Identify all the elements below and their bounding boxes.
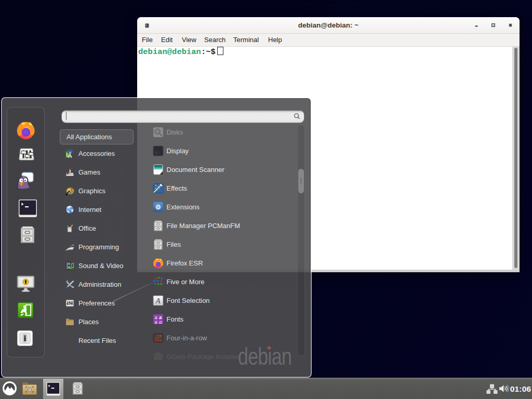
svg-text:a: a — [155, 318, 157, 324]
svg-text:D: D — [29, 388, 31, 391]
svg-text:a: a — [159, 318, 162, 324]
